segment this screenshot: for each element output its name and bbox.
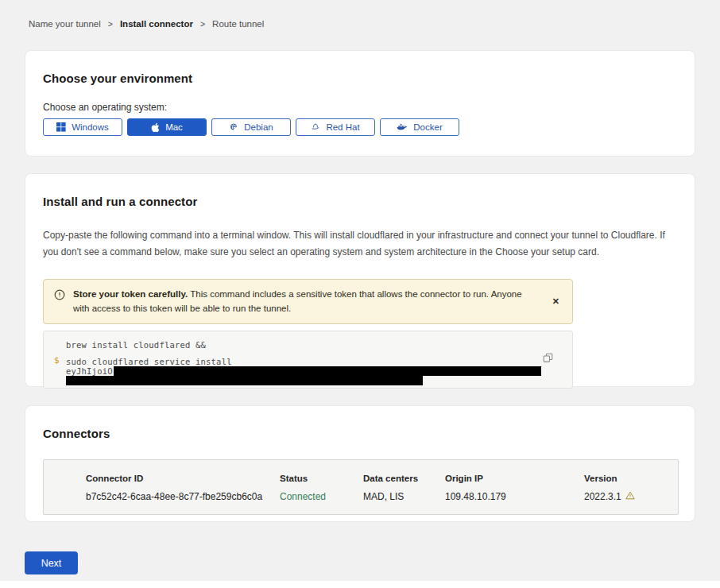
- breadcrumb-separator: >: [200, 19, 205, 29]
- install-connector-description: Copy-paste the following command into a …: [43, 227, 677, 261]
- token-prefix: eyJhIjoiO: [66, 367, 113, 376]
- copy-icon[interactable]: [543, 353, 553, 365]
- debian-icon: [229, 122, 238, 132]
- install-connector-title: Install and run a connector: [43, 195, 677, 208]
- breadcrumb-name-your-tunnel[interactable]: Name your tunnel: [29, 19, 101, 29]
- breadcrumb-install-connector[interactable]: Install connector: [120, 19, 193, 29]
- choose-environment-card: Choose your environment Choose an operat…: [25, 50, 695, 157]
- choose-environment-title: Choose your environment: [43, 72, 677, 85]
- os-button-label: Docker: [413, 122, 442, 132]
- token-warning-banner: Store your token carefully. This command…: [43, 279, 573, 324]
- header-origin-ip: Origin IP: [445, 474, 584, 483]
- os-button-label: Windows: [72, 122, 109, 132]
- shell-prompt: $: [54, 355, 60, 366]
- info-circle-icon: [54, 289, 65, 304]
- os-button-redhat[interactable]: Red Hat: [296, 118, 375, 136]
- os-select-label: Choose an operating system:: [43, 102, 677, 113]
- version-number: 2022.3.1: [584, 491, 621, 502]
- windows-icon: [56, 122, 66, 132]
- connectors-table: Connector ID Status Data centers Origin …: [43, 459, 679, 515]
- header-connector-id: Connector ID: [86, 474, 280, 483]
- connectors-table-header: Connector ID Status Data centers Origin …: [86, 474, 678, 483]
- redhat-icon: [311, 122, 320, 132]
- version-value: 2022.3.1: [584, 491, 678, 502]
- origin-ip-value: 109.48.10.179: [445, 491, 584, 502]
- os-button-windows[interactable]: Windows: [43, 118, 122, 136]
- code-line-token: eyJhIjoiO: [66, 367, 548, 376]
- header-data-centers: Data centers: [363, 474, 445, 483]
- data-centers-value: MAD, LIS: [363, 491, 445, 502]
- os-button-label: Debian: [244, 122, 273, 132]
- code-line-brew: brew install cloudflared &&: [66, 340, 548, 350]
- connectors-card: Connectors Connector ID Status Data cent…: [25, 405, 695, 522]
- breadcrumb-separator: >: [108, 19, 113, 29]
- apple-icon: [151, 122, 160, 133]
- token-redaction-bar: [114, 366, 541, 376]
- os-button-docker[interactable]: Docker: [380, 118, 459, 136]
- docker-icon: [397, 122, 408, 132]
- install-command-code-block: brew install cloudflared && $ sudo cloud…: [43, 331, 573, 389]
- table-row: b7c52c42-6caa-48ee-8c77-fbe259cb6c0a Con…: [86, 491, 678, 502]
- close-icon[interactable]: ✕: [549, 296, 563, 308]
- os-button-debian[interactable]: Debian: [211, 118, 291, 136]
- code-line-sudo: sudo cloudflared service install: [66, 357, 548, 366]
- status-badge: Connected: [280, 491, 363, 502]
- breadcrumb-route-tunnel[interactable]: Route tunnel: [212, 19, 264, 29]
- token-warning-bold: Store your token carefully.: [73, 289, 188, 299]
- breadcrumb: Name your tunnel > Install connector > R…: [0, 0, 720, 29]
- install-connector-card: Install and run a connector Copy-paste t…: [25, 173, 695, 387]
- os-button-label: Red Hat: [326, 122, 359, 132]
- header-status: Status: [280, 474, 363, 483]
- header-version: Version: [584, 474, 678, 483]
- connectors-title: Connectors: [43, 427, 677, 440]
- os-button-group: Windows Mac Debian Red Hat Docker: [43, 118, 677, 136]
- footer-strip: [0, 581, 720, 588]
- connector-id-value: b7c52c42-6caa-48ee-8c77-fbe259cb6c0a: [86, 491, 280, 502]
- os-button-mac[interactable]: Mac: [127, 118, 207, 136]
- token-redaction-bar: [66, 376, 423, 385]
- next-button[interactable]: Next: [25, 551, 78, 574]
- token-warning-text: Store your token carefully. This command…: [73, 287, 526, 316]
- os-button-label: Mac: [165, 122, 183, 132]
- warning-triangle-icon[interactable]: [625, 491, 635, 502]
